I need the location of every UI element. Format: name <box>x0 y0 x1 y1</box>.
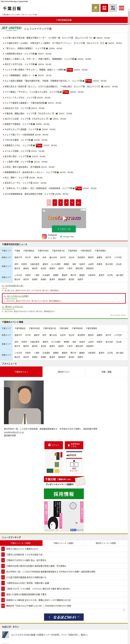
muni-link[interactable]: 千葉市若葉区 <box>95 249 106 252</box>
signup-button[interactable]: 新規 登録 <box>100 4 108 12</box>
article-link[interactable]: ＜ジェフ千葉＞鉄壁の「尹サッカー」 開幕戦、琉球に１－０勝利 <box>5 68 63 71</box>
muni-link[interactable]: 習志野市 <box>78 256 85 258</box>
instagram-app-icon[interactable] <box>42 234 47 239</box>
muni-link[interactable]: 流山市 <box>69 256 74 258</box>
muni-link[interactable]: 白子町 <box>108 274 113 276</box>
qa-question-link[interactable]: Q、2020年金運が急上昇？ <box>2 285 24 287</box>
muni-link[interactable]: 千葉市緑区 <box>68 249 77 252</box>
article-link[interactable]: ジェフ開幕戦勝利 琉球に１－０ <box>5 74 34 76</box>
muni-link[interactable]: 芝山町 <box>116 263 122 265</box>
login-button[interactable]: ログイン <box>92 4 100 12</box>
event-link[interactable]: 大多喜町 <box>42 352 50 354</box>
article-link[interactable]: 悲願のＪ１復帰へ一丸 サポーター、声援で後押し 開幕戦勝利 ジェフ千葉 <box>5 58 74 60</box>
event-link[interactable]: 市川市 <box>25 334 31 336</box>
ranking-link[interactable]: ３歳男児はねられ死亡 帰宅時、母親の車に 船橋 <box>6 582 49 584</box>
event-link[interactable]: 館山市 <box>14 356 20 358</box>
event-link[interactable]: 長生村 <box>23 356 29 358</box>
breadcrumb-item[interactable]: 千葉日報オンラインTOP <box>2 14 21 16</box>
event-link[interactable]: 鋸南町 <box>79 352 85 354</box>
muni-link[interactable]: 袖ケ浦市 <box>116 274 124 276</box>
muni-link[interactable]: 長生村 <box>23 278 29 280</box>
recruit-banner[interactable]: 採用情報 <box>44 488 84 499</box>
event-link[interactable]: 旭市 <box>14 340 18 343</box>
event-link[interactable]: 木更津市 <box>88 352 96 354</box>
chibatopi-link[interactable]: ロッテＳＮＳでの井口監督への質問コーナーが大好評。ファン「回答が深く、面白い」 <box>11 633 89 636</box>
login-promo-button[interactable]: ログイン <box>44 441 63 449</box>
governor-photo[interactable] <box>4 380 44 424</box>
article-link[interactable]: 杉山、讃岐へ ジェフ千葉 <box>5 176 28 179</box>
article-link[interactable]: 守備未熟、課題山積み ジェフ千葉 【ちばぎんカップ】 <box>5 112 55 114</box>
event-link[interactable]: 千葉市若葉区 <box>86 327 97 330</box>
photo-tab[interactable]: 千葉県内フォト <box>0 366 42 377</box>
event-link[interactable]: 横芝光町 <box>76 345 83 347</box>
muni-link[interactable]: 東庄町 <box>32 267 38 270</box>
event-link[interactable]: 市原市 <box>25 352 31 354</box>
muni-link[interactable]: 市原市 <box>25 274 31 276</box>
event-link[interactable]: 芝山町 <box>116 340 122 343</box>
ranking-tab[interactable]: 千葉のニュース（1週間） <box>42 540 85 546</box>
event-link[interactable]: 白井市 <box>60 334 66 336</box>
event-link[interactable]: 栄町 <box>72 340 76 343</box>
photo-tab[interactable]: 国内外フォト <box>42 366 85 377</box>
signup-promo-button[interactable]: 新規登録は こちら <box>65 441 83 449</box>
muni-link[interactable]: 松戸市 <box>106 256 111 258</box>
muni-link[interactable]: 千葉市稲毛区 <box>23 249 34 252</box>
event-link[interactable]: 長柄町 <box>41 356 46 358</box>
muni-link[interactable]: 佐倉市 <box>79 263 85 265</box>
ranking-link[interactable]: 再開発ビル３棟完成 足かけ３０年、整備に区切り ＪＲ千葉駅西口Ｂ工区 <box>6 598 71 602</box>
article-link[interactable]: きょう琉球と開幕戦 「最初の勝利大事」 尹監督、守備重視で巻き返しへ ジェフ千葉 <box>5 80 82 82</box>
muni-link[interactable]: 神崎町 <box>64 263 69 265</box>
event-link[interactable]: 一宮町 <box>34 352 40 354</box>
event-link[interactable]: 銚子市 <box>14 345 20 347</box>
muni-link[interactable]: 匝瑳市 <box>97 263 102 265</box>
event-link[interactable]: 習志野市 <box>78 334 85 336</box>
breadcrumb-item[interactable]: スポーツ <box>21 14 29 16</box>
muni-link[interactable]: 鴨川市 <box>70 274 76 276</box>
event-link[interactable]: 九十九里町 <box>51 340 60 343</box>
ranking-link[interactable]: 【新型コロナ】１４人感染、１９０人に 東庄以外で最多 都内と接点多く <box>6 587 71 590</box>
event-link[interactable]: 千葉市稲毛区 <box>14 327 26 330</box>
share-icon[interactable]: ⇧ <box>122 609 125 611</box>
event-link[interactable]: 千葉市緑区 <box>59 327 68 330</box>
muni-link[interactable]: 成田市 <box>58 267 64 270</box>
event-link[interactable]: 千葉市中央区 <box>29 327 40 330</box>
page-button-current[interactable]: 1 <box>47 199 51 206</box>
article-link[interactable]: 「焦りない」 再開向け調整続く ジェフ千葉 <box>5 47 45 50</box>
muni-link[interactable]: 一宮町 <box>34 274 40 276</box>
muni-link[interactable]: 山武市 <box>88 263 94 265</box>
site-logo[interactable]: 千葉日報 <box>3 5 22 11</box>
ranking-tab[interactable]: 国内外ニュース（1時間） <box>85 540 128 546</box>
muni-link[interactable]: 勝浦市 <box>62 274 68 276</box>
event-link[interactable]: 八街市 <box>67 345 72 347</box>
scrollbar[interactable]: ▲ <box>128 8 130 644</box>
page-button[interactable]: 2 <box>52 199 57 206</box>
article-link[interactable]: エベルトが移籍 ジェフ千葉 <box>5 150 30 152</box>
muni-link[interactable]: 印西市 <box>22 263 27 265</box>
alert-banner[interactable]: 千葉県教職員異動 <box>0 17 128 23</box>
muni-link[interactable]: 御宿町 <box>53 274 59 276</box>
event-link[interactable]: 東金市 <box>23 345 29 347</box>
muni-link[interactable]: 茂原市 <box>78 278 83 280</box>
wifi-ad-banner[interactable]: ！ なるほどWi-Fi <box>44 613 84 621</box>
article-link[interactable]: クラブ職員に「やりがい」 ＣＵＯ勇人さん来社 ジェフ千葉 <box>5 91 59 93</box>
muni-link[interactable]: 栄町 <box>72 263 76 265</box>
event-link[interactable]: 東庄町 <box>32 345 38 347</box>
chibatopi-thumbnail[interactable] <box>2 631 9 638</box>
event-link[interactable]: 富津市 <box>50 356 55 358</box>
muni-link[interactable]: 大網白里市 <box>30 263 40 265</box>
muni-link[interactable]: 白井市 <box>60 256 66 258</box>
qa-question-link[interactable]: Q、春の宝くじが当たる？ <box>2 306 24 308</box>
ranking-tab[interactable]: 千葉のニュース（1時間） <box>0 540 42 546</box>
muni-link[interactable]: 市川市 <box>25 256 31 258</box>
article-link[interactable]: 古川の移籍期間延長 溝渕は期限付き移籍 ジェフ千葉 <box>5 193 54 195</box>
event-link[interactable]: 印西市 <box>22 340 27 343</box>
article-link[interactable]: 江尻氏、東京Ｖ強化部長に 前千葉監督 <box>5 166 40 168</box>
ranking-link[interactable]: 韓国女性「日本人なんで“吸顔”しないの？」日本女性だけが知らない洗顔 <box>6 604 71 607</box>
article-link[interactable]: エスコートキッズ中止 ジェフ千葉 <box>5 96 36 99</box>
event-link[interactable]: 多古町 <box>41 345 46 347</box>
paper-viewer-button[interactable]: 紙面 ビューアー <box>66 458 82 474</box>
photo-tab[interactable]: 特集・連載 <box>85 366 128 377</box>
article-link[interactable]: ２６歳新主将チームの顔に 中堅主導でＪ１復帰を ＭＦ熊谷アンドリュー 【ジェフ千… <box>5 42 105 44</box>
muni-link[interactable]: 九十九里町 <box>51 263 60 265</box>
article-link[interactable]: 新主将に熊谷 ジェフ千葉 <box>5 155 28 158</box>
